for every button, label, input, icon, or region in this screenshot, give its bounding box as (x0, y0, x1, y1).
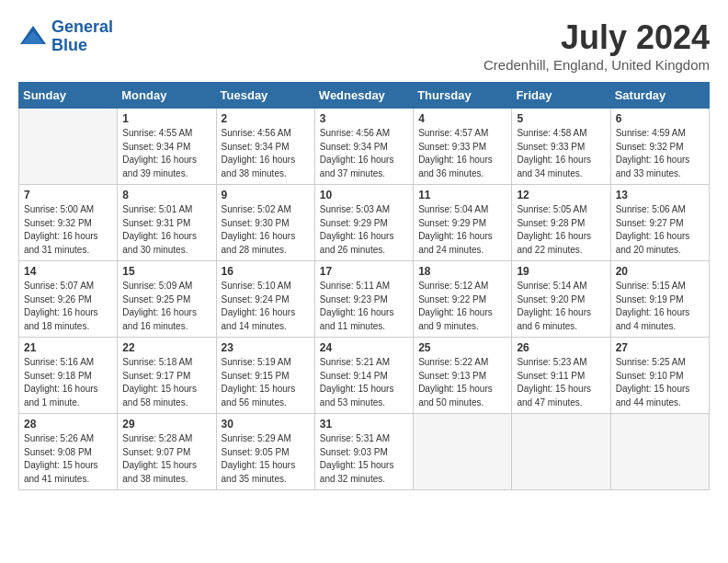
weekday-monday: Monday (118, 83, 216, 109)
day-cell: 11Sunrise: 5:04 AM Sunset: 9:29 PM Dayli… (414, 185, 512, 261)
day-info: Sunrise: 5:26 AM Sunset: 9:08 PM Dayligh… (24, 432, 112, 486)
weekday-saturday: Saturday (610, 83, 709, 109)
day-number: 7 (24, 189, 112, 201)
day-cell: 23Sunrise: 5:19 AM Sunset: 9:15 PM Dayli… (216, 338, 314, 414)
logo-blue: Blue (51, 36, 87, 54)
day-cell: 3Sunrise: 4:56 AM Sunset: 9:34 PM Daylig… (314, 109, 413, 185)
day-info: Sunrise: 5:10 AM Sunset: 9:24 PM Dayligh… (222, 280, 310, 333)
day-info: Sunrise: 5:06 AM Sunset: 9:27 PM Dayligh… (616, 203, 704, 257)
day-info: Sunrise: 5:29 AM Sunset: 9:05 PM Dayligh… (222, 432, 310, 486)
day-cell: 26Sunrise: 5:23 AM Sunset: 9:11 PM Dayli… (512, 338, 610, 414)
day-number: 4 (418, 112, 506, 125)
day-cell: 18Sunrise: 5:12 AM Sunset: 9:22 PM Dayli… (414, 261, 512, 338)
day-number: 22 (122, 341, 210, 354)
day-cell (512, 414, 610, 490)
day-info: Sunrise: 5:22 AM Sunset: 9:13 PM Dayligh… (418, 356, 506, 409)
day-info: Sunrise: 5:09 AM Sunset: 9:25 PM Dayligh… (122, 280, 210, 333)
day-info: Sunrise: 5:14 AM Sunset: 9:20 PM Dayligh… (517, 280, 605, 333)
day-number: 8 (122, 189, 210, 201)
day-info: Sunrise: 5:18 AM Sunset: 9:17 PM Dayligh… (122, 356, 210, 409)
weekday-thursday: Thursday (414, 83, 512, 109)
logo-icon (18, 24, 48, 50)
day-cell (19, 109, 118, 185)
day-number: 29 (122, 418, 210, 431)
week-row-4: 21Sunrise: 5:16 AM Sunset: 9:18 PM Dayli… (19, 338, 710, 414)
day-info: Sunrise: 4:57 AM Sunset: 9:33 PM Dayligh… (418, 127, 506, 180)
day-cell: 5Sunrise: 4:58 AM Sunset: 9:33 PM Daylig… (512, 109, 610, 185)
calendar-table: SundayMondayTuesdayWednesdayThursdayFrid… (18, 82, 710, 490)
week-row-2: 7Sunrise: 5:00 AM Sunset: 9:32 PM Daylig… (19, 185, 710, 261)
day-info: Sunrise: 5:03 AM Sunset: 9:29 PM Dayligh… (320, 203, 408, 257)
day-info: Sunrise: 5:31 AM Sunset: 9:03 PM Dayligh… (320, 432, 408, 486)
day-cell: 22Sunrise: 5:18 AM Sunset: 9:17 PM Dayli… (118, 338, 216, 414)
week-row-5: 28Sunrise: 5:26 AM Sunset: 9:08 PM Dayli… (19, 414, 710, 490)
week-row-3: 14Sunrise: 5:07 AM Sunset: 9:26 PM Dayli… (19, 261, 710, 338)
day-number: 27 (616, 341, 704, 354)
day-number: 2 (222, 112, 310, 125)
day-number: 20 (616, 265, 704, 278)
day-number: 25 (418, 341, 506, 354)
day-info: Sunrise: 4:55 AM Sunset: 9:34 PM Dayligh… (122, 127, 210, 180)
day-cell: 21Sunrise: 5:16 AM Sunset: 9:18 PM Dayli… (19, 338, 118, 414)
day-number: 11 (418, 189, 506, 201)
day-number: 26 (517, 341, 605, 354)
day-info: Sunrise: 4:59 AM Sunset: 9:32 PM Dayligh… (616, 127, 704, 180)
day-cell: 27Sunrise: 5:25 AM Sunset: 9:10 PM Dayli… (610, 338, 709, 414)
day-info: Sunrise: 5:16 AM Sunset: 9:18 PM Dayligh… (24, 356, 112, 409)
day-info: Sunrise: 5:04 AM Sunset: 9:29 PM Dayligh… (418, 203, 506, 257)
day-number: 6 (616, 112, 704, 125)
title-area: July 2024 Credenhill, England, United Ki… (483, 18, 710, 73)
day-cell: 1Sunrise: 4:55 AM Sunset: 9:34 PM Daylig… (118, 109, 216, 185)
location: Credenhill, England, United Kingdom (483, 57, 710, 73)
day-number: 1 (122, 112, 210, 125)
weekday-header-row: SundayMondayTuesdayWednesdayThursdayFrid… (19, 83, 710, 109)
day-info: Sunrise: 4:58 AM Sunset: 9:33 PM Dayligh… (517, 127, 605, 180)
day-info: Sunrise: 5:21 AM Sunset: 9:14 PM Dayligh… (320, 356, 408, 409)
day-info: Sunrise: 5:07 AM Sunset: 9:26 PM Dayligh… (24, 280, 112, 333)
day-info: Sunrise: 5:12 AM Sunset: 9:22 PM Dayligh… (418, 280, 506, 333)
day-cell: 9Sunrise: 5:02 AM Sunset: 9:30 PM Daylig… (216, 185, 314, 261)
day-cell: 4Sunrise: 4:57 AM Sunset: 9:33 PM Daylig… (414, 109, 512, 185)
day-cell: 31Sunrise: 5:31 AM Sunset: 9:03 PM Dayli… (314, 414, 413, 490)
day-cell: 10Sunrise: 5:03 AM Sunset: 9:29 PM Dayli… (314, 185, 413, 261)
day-cell: 19Sunrise: 5:14 AM Sunset: 9:20 PM Dayli… (512, 261, 610, 338)
day-cell: 2Sunrise: 4:56 AM Sunset: 9:34 PM Daylig… (216, 109, 314, 185)
logo-text: General Blue (51, 18, 113, 55)
day-info: Sunrise: 5:05 AM Sunset: 9:28 PM Dayligh… (517, 203, 605, 257)
day-cell: 8Sunrise: 5:01 AM Sunset: 9:31 PM Daylig… (118, 185, 216, 261)
day-info: Sunrise: 5:15 AM Sunset: 9:19 PM Dayligh… (616, 280, 704, 333)
day-number: 3 (320, 112, 408, 125)
day-info: Sunrise: 5:01 AM Sunset: 9:31 PM Dayligh… (122, 203, 210, 257)
day-number: 18 (418, 265, 506, 278)
day-cell: 30Sunrise: 5:29 AM Sunset: 9:05 PM Dayli… (216, 414, 314, 490)
day-info: Sunrise: 5:25 AM Sunset: 9:10 PM Dayligh… (616, 356, 704, 409)
day-number: 12 (517, 189, 605, 201)
day-cell: 16Sunrise: 5:10 AM Sunset: 9:24 PM Dayli… (216, 261, 314, 338)
day-number: 14 (24, 265, 112, 278)
day-number: 5 (517, 112, 605, 125)
day-info: Sunrise: 5:11 AM Sunset: 9:23 PM Dayligh… (320, 280, 408, 333)
day-info: Sunrise: 5:19 AM Sunset: 9:15 PM Dayligh… (222, 356, 310, 409)
day-number: 13 (616, 189, 704, 201)
day-cell: 20Sunrise: 5:15 AM Sunset: 9:19 PM Dayli… (610, 261, 709, 338)
day-cell (414, 414, 512, 490)
day-info: Sunrise: 4:56 AM Sunset: 9:34 PM Dayligh… (222, 127, 310, 180)
day-info: Sunrise: 4:56 AM Sunset: 9:34 PM Dayligh… (320, 127, 408, 180)
day-cell (610, 414, 709, 490)
day-cell: 25Sunrise: 5:22 AM Sunset: 9:13 PM Dayli… (414, 338, 512, 414)
day-cell: 7Sunrise: 5:00 AM Sunset: 9:32 PM Daylig… (19, 185, 118, 261)
weekday-sunday: Sunday (19, 83, 118, 109)
day-number: 21 (24, 341, 112, 354)
day-info: Sunrise: 5:00 AM Sunset: 9:32 PM Dayligh… (24, 203, 112, 257)
calendar-body: 1Sunrise: 4:55 AM Sunset: 9:34 PM Daylig… (19, 109, 710, 490)
day-number: 23 (222, 341, 310, 354)
day-cell: 15Sunrise: 5:09 AM Sunset: 9:25 PM Dayli… (118, 261, 216, 338)
day-info: Sunrise: 5:02 AM Sunset: 9:30 PM Dayligh… (222, 203, 310, 257)
day-cell: 29Sunrise: 5:28 AM Sunset: 9:07 PM Dayli… (118, 414, 216, 490)
day-number: 31 (320, 418, 408, 431)
day-cell: 24Sunrise: 5:21 AM Sunset: 9:14 PM Dayli… (314, 338, 413, 414)
day-number: 16 (222, 265, 310, 278)
weekday-tuesday: Tuesday (216, 83, 314, 109)
day-cell: 14Sunrise: 5:07 AM Sunset: 9:26 PM Dayli… (19, 261, 118, 338)
day-number: 9 (222, 189, 310, 201)
